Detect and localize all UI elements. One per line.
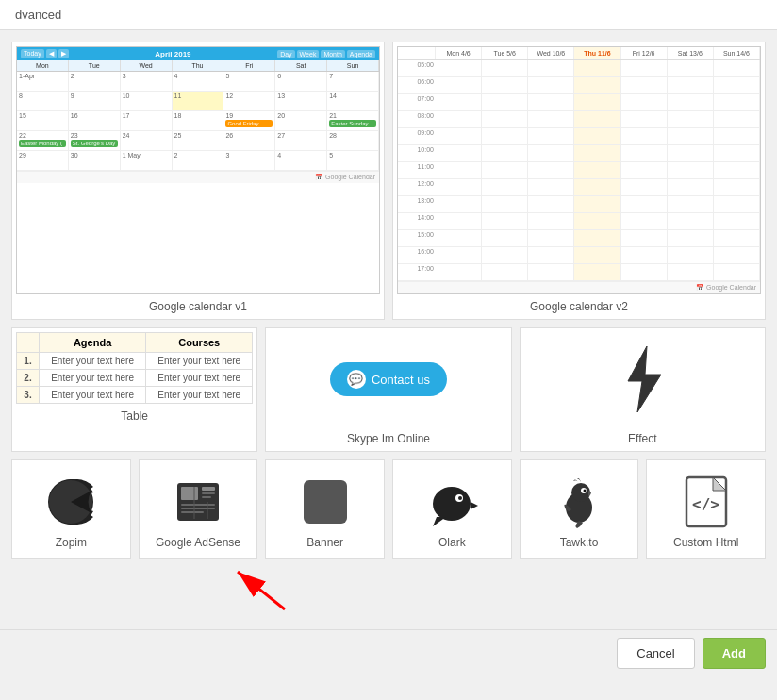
- time-slot: 09:00: [398, 128, 436, 145]
- widget-table[interactable]: Agenda Courses 1. Enter your text here E…: [11, 327, 257, 452]
- row-3-courses: Enter your text here: [146, 387, 253, 404]
- footer-bar: Cancel Add: [0, 629, 777, 676]
- time-slot: 07:00: [398, 94, 436, 111]
- cal-cell: 16: [69, 111, 121, 130]
- cal-cell: 4: [173, 72, 224, 91]
- widget-custom-html[interactable]: </> Custom Html: [646, 459, 766, 559]
- row-num: 3.: [17, 387, 40, 404]
- widget-olark[interactable]: Olark: [392, 459, 512, 559]
- cal-cell: 22Easter Monday (: [17, 131, 69, 150]
- svg-rect-10: [181, 511, 204, 513]
- cal-week-1: 1-Apr 2 3 4 5 6 7: [17, 72, 379, 92]
- calendar-v2-preview: Mon 4/6 Tue 5/6 Wed 10/6 Thu 11/6 Fri 12…: [397, 46, 761, 294]
- cal-cell: 1 May: [121, 151, 173, 170]
- skype-widget-label: Skype Im Online: [347, 426, 430, 447]
- time-slot: 05:00: [398, 60, 436, 77]
- widget-google-calendar-v2[interactable]: Mon 4/6 Tue 5/6 Wed 10/6 Thu 11/6 Fri 12…: [392, 42, 766, 320]
- prev-btn[interactable]: ◀: [46, 49, 57, 58]
- svg-rect-6: [202, 492, 215, 494]
- time-slot: 13:00: [398, 196, 436, 213]
- table-widget-label: Table: [121, 404, 148, 425]
- svg-point-19: [571, 483, 590, 502]
- widget-google-adsense[interactable]: Google AdSense: [139, 459, 258, 559]
- widget-google-calendar-v1[interactable]: Today ◀ ▶ April 2019 Day Week Month Agen…: [11, 42, 385, 320]
- cal-body: Mon Tue Wed Thu Fri Sat Sun 1-Apr 2 3 4: [17, 60, 379, 171]
- table-row: 1. Enter your text here Enter your text …: [17, 353, 253, 370]
- svg-marker-0: [628, 346, 661, 412]
- svg-rect-8: [181, 504, 215, 506]
- widget-effect[interactable]: Effect: [520, 327, 766, 452]
- adsense-svg: [174, 477, 223, 526]
- cal-week-2: 8 9 10 11 12 13 14: [17, 92, 379, 111]
- day-col-wed: [528, 60, 574, 281]
- col-wed: Wed: [121, 60, 173, 71]
- bottom-widgets-row: Zopim Google A: [11, 459, 766, 559]
- zopim-svg: [46, 477, 95, 526]
- contact-us-button[interactable]: 💬 Contact us: [330, 362, 447, 396]
- btn-day[interactable]: Day: [277, 50, 294, 58]
- cal-v1-header: Today ◀ ▶ April 2019 Day Week Month Agen…: [17, 47, 379, 60]
- next-btn[interactable]: ▶: [58, 49, 69, 58]
- cal-cell: 2: [173, 151, 224, 170]
- top-bar: dvanced: [0, 0, 777, 30]
- row-num: 2.: [17, 370, 40, 387]
- btn-month[interactable]: Month: [321, 50, 344, 58]
- row-2-agenda: Enter your text here: [40, 370, 146, 387]
- btn-week[interactable]: Week: [297, 50, 320, 58]
- custom-html-label: Custom Html: [673, 536, 738, 549]
- today-btn[interactable]: Today: [21, 49, 44, 58]
- adsense-label: Google AdSense: [156, 536, 240, 549]
- col-mon: Mon 4/6: [436, 47, 482, 59]
- cal-cell: 5: [223, 72, 275, 91]
- cal-cell: 8: [17, 92, 69, 110]
- cal-cell: 19Good Friday: [223, 111, 275, 130]
- col-header-agenda: Agenda: [40, 333, 146, 353]
- svg-point-13: [433, 487, 471, 521]
- widget-skype[interactable]: 💬 Contact us Skype Im Online: [265, 327, 511, 452]
- cal-cell: 3: [223, 151, 275, 170]
- olark-icon-shape: [425, 475, 478, 528]
- day-col-tue: [482, 60, 528, 281]
- time-slot: 10:00: [398, 145, 436, 162]
- banner-label: Banner: [306, 536, 343, 549]
- cal-cell: 30: [69, 151, 121, 170]
- time-slot: 15:00: [398, 230, 436, 247]
- widget-zopim[interactable]: Zopim: [11, 459, 131, 559]
- time-labels: 05:00 06:00 07:00 08:00 09:00 10:00 11:0…: [398, 60, 436, 281]
- col-sat: Sat 13/6: [668, 47, 714, 59]
- cal-week-3: 15 16 17 18 19Good Friday 20 21Easter Su…: [17, 111, 379, 131]
- widget-banner[interactable]: Banner: [265, 459, 385, 559]
- cal-cell: 25: [173, 131, 224, 150]
- cancel-button[interactable]: Cancel: [617, 638, 694, 669]
- svg-line-25: [238, 572, 285, 609]
- col-mon: Mon: [17, 60, 69, 71]
- cal-cell: 15: [17, 111, 69, 130]
- cal-cell: 14: [327, 92, 379, 110]
- tawk-icon-shape: [553, 475, 605, 528]
- zopim-label: Zopim: [56, 536, 87, 549]
- cal-cell: 23St. George's Day: [69, 131, 121, 150]
- cal-cell: 5: [327, 151, 379, 170]
- widget-tawk[interactable]: Tawk.to: [520, 459, 639, 559]
- cal-week-4: 22Easter Monday ( 23St. George's Day 24 …: [17, 131, 379, 151]
- olark-label: Olark: [438, 536, 466, 549]
- calv2-header: Mon 4/6 Tue 5/6 Wed 10/6 Thu 11/6 Fri 12…: [398, 47, 760, 60]
- add-button[interactable]: Add: [703, 638, 766, 669]
- calendar-row: Today ◀ ▶ April 2019 Day Week Month Agen…: [11, 42, 766, 320]
- time-slot: 11:00: [398, 162, 436, 179]
- cal-cell: 20: [275, 111, 327, 130]
- btn-agenda[interactable]: Agenda: [347, 50, 375, 58]
- col-header-num: [17, 333, 40, 353]
- day-col-fri: [621, 60, 668, 281]
- cal-cell: 11: [173, 92, 224, 110]
- cal-cell: 9: [69, 92, 121, 110]
- lightning-svg: [614, 342, 670, 417]
- cal-cell: 28: [327, 131, 379, 150]
- skype-widget-content: 💬 Contact us: [330, 332, 447, 426]
- calendar-v1-label: Google calendar v1: [149, 294, 247, 315]
- cal-cell: 21Easter Sunday: [327, 111, 379, 130]
- arrow-container: [11, 567, 766, 614]
- cal-cell: 1-Apr: [17, 72, 69, 91]
- calendar-v2-label: Google calendar v2: [530, 294, 628, 315]
- olark-svg: [425, 475, 478, 528]
